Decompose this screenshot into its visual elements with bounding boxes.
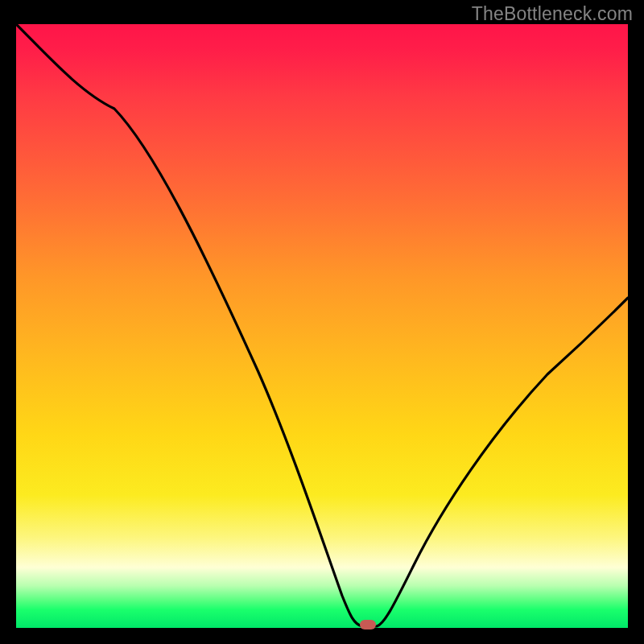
curve-path [16,24,628,626]
chart-frame: TheBottleneck.com [0,0,644,644]
optimal-point-marker [360,620,376,630]
plot-area [16,24,628,628]
bottleneck-curve [16,24,628,628]
watermark-text: TheBottleneck.com [472,3,633,25]
